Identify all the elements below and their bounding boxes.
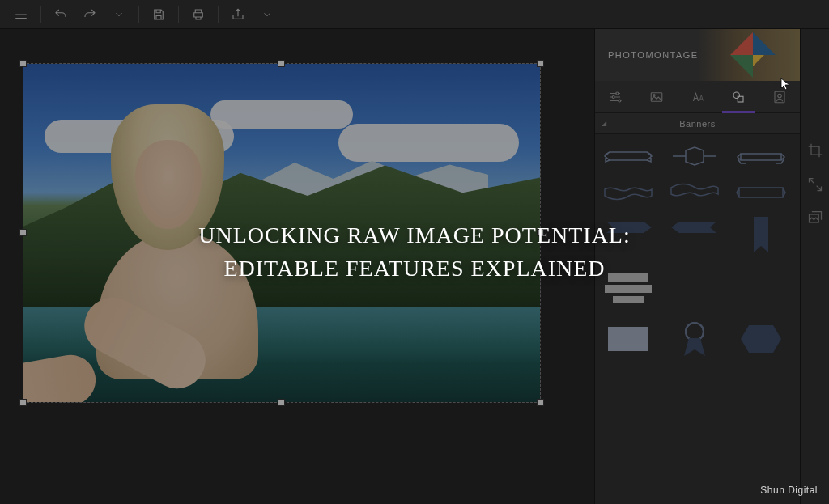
resize-handle[interactable] (537, 399, 544, 406)
chevron-down-icon (113, 9, 125, 20)
asset-bars-wide[interactable] (603, 267, 653, 307)
image-selection[interactable] (23, 63, 541, 403)
panel-title: PHOTOMONTAGE (608, 50, 699, 60)
text-icon (690, 90, 704, 104)
shapes-icon (731, 90, 746, 104)
tab-adjust[interactable] (595, 81, 636, 112)
crop-tool[interactable] (807, 142, 823, 159)
sliders-icon (608, 90, 623, 104)
asset-ribbon-banner[interactable] (736, 180, 786, 204)
redo-icon (83, 7, 97, 22)
section-label: Banners (679, 119, 715, 129)
save-icon (151, 7, 166, 22)
svg-rect-11 (613, 296, 644, 303)
undo-button[interactable] (48, 3, 74, 26)
tab-portrait[interactable] (759, 81, 800, 112)
resize-handle[interactable] (19, 229, 27, 236)
save-button[interactable] (146, 3, 172, 26)
asset-bookmark[interactable] (736, 215, 786, 256)
cursor-icon (780, 78, 793, 91)
menu-button[interactable] (8, 3, 34, 26)
svg-point-2 (619, 100, 621, 102)
toolbar-separator (178, 6, 179, 23)
asset-placeholder[interactable] (670, 267, 720, 307)
share-menu-button[interactable] (254, 3, 280, 26)
resize-handle[interactable] (537, 60, 544, 67)
resize-icon (807, 176, 823, 193)
svg-rect-7 (775, 91, 784, 103)
top-toolbar (0, 0, 829, 29)
redo-button[interactable] (77, 3, 103, 26)
print-icon (191, 7, 206, 22)
svg-point-5 (733, 92, 740, 99)
image-icon (649, 90, 664, 104)
svg-point-8 (777, 94, 781, 98)
tangram-logo (730, 32, 776, 78)
toolbar-separator (218, 6, 219, 23)
toolbar-separator (138, 6, 139, 23)
svg-rect-3 (651, 92, 662, 101)
tab-shapes[interactable] (718, 81, 759, 112)
asset-hexagon[interactable] (736, 319, 786, 359)
hamburger-icon (14, 7, 28, 22)
asset-ribbon-diamond[interactable] (670, 144, 720, 168)
collapse-icon: ◢ (602, 120, 607, 127)
gallery-icon (807, 210, 823, 227)
asset-placeholder[interactable] (736, 267, 786, 307)
section-header[interactable]: ◢ Banners (595, 113, 800, 134)
tab-text[interactable] (677, 81, 718, 112)
resize-handle[interactable] (537, 229, 544, 236)
canvas-area[interactable] (0, 29, 594, 504)
toolbar-separator (40, 6, 41, 23)
share-button[interactable] (225, 3, 251, 26)
asset-rect-solid[interactable] (603, 319, 653, 359)
asset-ribbon-wave-1[interactable] (603, 180, 653, 204)
svg-rect-10 (605, 285, 652, 293)
watermark: Shun Digital (760, 485, 818, 496)
undo-history-button[interactable] (106, 3, 132, 26)
resize-tool[interactable] (807, 176, 823, 193)
undo-icon (53, 7, 68, 22)
person-subject (96, 104, 242, 363)
chevron-down-icon (261, 9, 273, 20)
svg-rect-9 (608, 273, 648, 282)
asset-ribbon-scroll-left[interactable] (603, 144, 653, 168)
resize-handle[interactable] (278, 399, 285, 406)
resize-handle[interactable] (19, 60, 27, 67)
resize-handle[interactable] (19, 399, 27, 406)
crop-icon (807, 142, 823, 159)
asset-award-ribbon[interactable] (670, 319, 720, 359)
resize-handle[interactable] (278, 60, 285, 67)
edited-photo[interactable] (23, 64, 540, 402)
svg-point-4 (653, 94, 655, 95)
asset-ribbon-arrow-right[interactable] (670, 215, 720, 239)
gallery-tool[interactable] (807, 210, 823, 227)
tab-image[interactable] (636, 81, 678, 112)
right-panel: PHOTOMONTAGE ◢ Banners (594, 29, 800, 504)
portrait-icon (772, 90, 787, 104)
share-icon (231, 7, 245, 22)
asset-ribbon-arrow-left[interactable] (603, 215, 653, 239)
panel-header: PHOTOMONTAGE (595, 29, 800, 81)
print-button[interactable] (185, 3, 211, 26)
asset-ribbon-scroll-right[interactable] (736, 144, 786, 168)
side-tool-strip (800, 29, 829, 504)
asset-ribbon-wave-2[interactable] (670, 180, 720, 204)
asset-grid (595, 134, 800, 504)
panel-tabs (595, 81, 800, 113)
svg-point-1 (613, 95, 615, 98)
svg-rect-12 (608, 327, 648, 351)
svg-point-0 (616, 92, 619, 95)
